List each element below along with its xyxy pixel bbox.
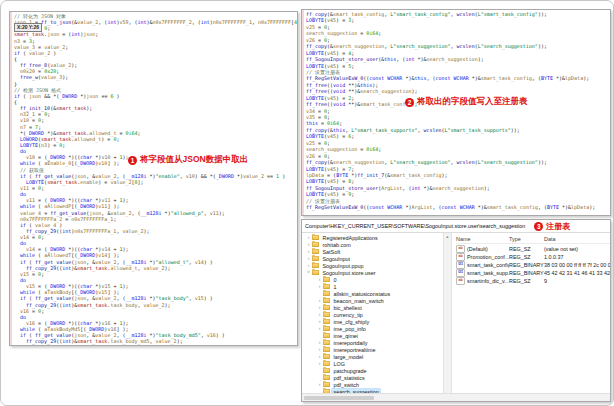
code-line: json_1 = ff_to_json(&value_2, (int)v59, … — [14, 19, 297, 25]
tree-item-label: imereportrealtime — [332, 347, 377, 353]
chevron-right-icon[interactable]: › — [305, 248, 312, 255]
tree-item-label: ime_qimei — [332, 333, 360, 339]
tree-item-label: allskin_statusiconstatus — [332, 291, 392, 297]
registry-value-row[interactable]: abPromotion_conf...REG_SZ1.0.0.37 — [456, 253, 610, 261]
tree-item-large_model[interactable]: ›large_model — [302, 353, 443, 360]
tree-item-RegisteredApplications[interactable]: ›RegisteredApplications — [302, 234, 443, 241]
chevron-right-icon[interactable]: › — [316, 276, 323, 283]
chevron-right-icon[interactable]: › — [305, 234, 312, 241]
tree-item-0[interactable]: ›0 — [302, 276, 443, 283]
value-data: 9 — [544, 278, 610, 284]
analysis-figure: // 转化为 JSON 对象json_1 = ff_to_json(&value… — [0, 0, 614, 406]
value-type: REG_SZ — [509, 246, 544, 252]
tree-item-SogouInput[interactable]: ›SogouInput — [302, 255, 443, 262]
folder-icon — [323, 319, 330, 324]
tree-item-pdf_switch[interactable]: ›pdf_switch — [302, 381, 443, 388]
value-name: 011smart_task_config — [456, 261, 509, 269]
scrollbar-thumb[interactable] — [304, 396, 374, 400]
reg-sz-icon: ab — [456, 277, 465, 285]
scroll-up-icon[interactable]: ▴ — [446, 234, 448, 239]
chevron-right-icon[interactable]: › — [316, 311, 323, 318]
chevron-right-icon[interactable]: › — [316, 346, 323, 353]
tree-item-SatSoft[interactable]: ›SatSoft — [302, 248, 443, 255]
tree-item-label: patchupgrade — [332, 368, 368, 374]
reg-sz-icon: ab — [456, 253, 465, 261]
folder-icon — [323, 284, 330, 289]
tree-item-imereportrealtime[interactable]: ›imereportrealtime — [302, 346, 443, 353]
tree-horizontal-scrollbar[interactable] — [302, 393, 610, 401]
folder-icon — [323, 277, 330, 282]
tree-vertical-scrollbar[interactable]: ▴ — [443, 233, 452, 394]
annotation-2-badge-icon: 2 — [405, 98, 414, 107]
tree-item-patchupgrade[interactable]: patchupgrade — [302, 367, 443, 374]
reg-binary-icon: 011 — [456, 269, 465, 277]
chevron-right-icon[interactable]: › — [316, 304, 323, 311]
tree-item-label: ime_pop_info — [332, 326, 367, 332]
tree-item-LOG[interactable]: ›LOG — [302, 360, 443, 367]
tree-item-SogouInput.store.user[interactable]: ˅SogouInput.store.user — [302, 269, 443, 276]
value-data: 1.0.0.37 — [544, 254, 610, 260]
chevron-right-icon[interactable]: › — [316, 353, 323, 360]
registry-value-row[interactable]: ab(Default)REG_SZ(value not set) — [456, 245, 610, 253]
tree-item-label: ime_cfg_shiply — [332, 319, 371, 325]
chevron-right-icon[interactable]: › — [316, 283, 323, 290]
tree-item-label: rohitab.com — [321, 242, 352, 248]
tree-item-label: SatSoft — [321, 249, 342, 255]
chevron-right-icon[interactable]: › — [316, 339, 323, 346]
tree-item-rohitab.com[interactable]: ›rohitab.com — [302, 241, 443, 248]
registry-value-row[interactable]: absmartinfo_dic_v...REG_SZ9 — [456, 277, 610, 285]
folder-icon — [312, 249, 319, 254]
column-header-name[interactable]: Name — [456, 236, 509, 242]
folder-icon — [323, 340, 330, 345]
tree-item-label: SogouInput.store.user — [321, 270, 377, 276]
tree-item-beacon_main_switch[interactable]: ›beacon_main_switch — [302, 297, 443, 304]
chevron-right-icon[interactable]: › — [316, 318, 323, 325]
folder-icon — [323, 312, 330, 317]
chevron-right-icon[interactable]: › — [316, 360, 323, 367]
column-header-type[interactable]: Type — [509, 236, 544, 242]
tree-item-ime_pop_info[interactable]: ›ime_pop_info — [302, 325, 443, 332]
values-header-row: Name Type Data — [456, 234, 610, 244]
value-type: REG_BINARY — [509, 262, 544, 268]
registry-value-row[interactable]: 011smart_task_supp...REG_BINARY45 42 42 … — [456, 269, 610, 277]
value-data: 45 42 42 31 41 46 41 33 42 30 36 37 44 4… — [544, 270, 610, 276]
tree-item-1[interactable]: ›1 — [302, 283, 443, 290]
value-type: REG_SZ — [509, 254, 544, 260]
registry-value-row[interactable]: 011smart_task_configREG_BINARY38 03 00 0… — [456, 261, 610, 269]
registry-path: Computer\HKEY_CURRENT_USER\SOFTWARE\Sogo… — [305, 223, 525, 229]
chevron-right-icon[interactable]: › — [305, 241, 312, 248]
folder-icon — [323, 291, 330, 296]
tree-item-currency_tip[interactable]: ›currency_tip — [302, 311, 443, 318]
code-line: ff_RegSetValueExW_0((const WCHAR *)ArgLi… — [306, 204, 610, 210]
registry-tree: ›RegisteredApplications›rohitab.com›SatS… — [302, 233, 443, 394]
value-name: absmartinfo_dic_v... — [456, 277, 509, 285]
chevron-right-icon[interactable]: › — [316, 381, 323, 388]
folder-icon — [323, 298, 330, 303]
folder-icon — [312, 256, 319, 261]
folder-icon — [323, 333, 330, 338]
chevron-right-icon[interactable]: › — [316, 325, 323, 332]
value-type: REG_BINARY — [509, 270, 544, 276]
tree-item-SogouInput.ppup[interactable]: ›SogouInput.ppup — [302, 262, 443, 269]
value-data: (value not set) — [544, 246, 610, 252]
chevron-right-icon[interactable]: › — [305, 255, 312, 262]
tree-item-ime_qimei[interactable]: ime_qimei — [302, 332, 443, 339]
tree-item-imereportdaily[interactable]: ›imereportdaily — [302, 339, 443, 346]
tree-item-allskin_statusiconstatus[interactable]: allskin_statusiconstatus — [302, 290, 443, 297]
tree-item-label: 1 — [332, 284, 338, 290]
regedit-body: ›RegisteredApplications›rohitab.com›SatS… — [302, 233, 610, 394]
code-margin-strip — [10, 12, 12, 345]
chevron-right-icon[interactable]: › — [316, 297, 323, 304]
value-name: ab(Default) — [456, 245, 509, 253]
regedit-address-bar[interactable]: Computer\HKEY_CURRENT_USER\SOFTWARE\Sogo… — [302, 220, 610, 233]
chevron-down-icon[interactable]: ˅ — [305, 269, 312, 276]
value-data: 38 03 00 00 ff ff ff 7f 2c 00 02 00 02 0… — [544, 262, 610, 268]
tree-item-label: pdf_statistics — [332, 375, 366, 381]
annotation-2-text: 将取出的字段值写入至注册表 — [417, 96, 528, 108]
tree-item-bic_shellext[interactable]: ›bic_shellext — [302, 304, 443, 311]
tree-item-ime_cfg_shiply[interactable]: ›ime_cfg_shiply — [302, 318, 443, 325]
chevron-right-icon[interactable]: › — [305, 262, 312, 269]
column-header-data[interactable]: Data — [544, 236, 610, 242]
tree-item-pdf_statistics[interactable]: pdf_statistics — [302, 374, 443, 381]
pseudocode-right: ff_copy(&smart_task_config, L"smart_task… — [306, 11, 610, 215]
